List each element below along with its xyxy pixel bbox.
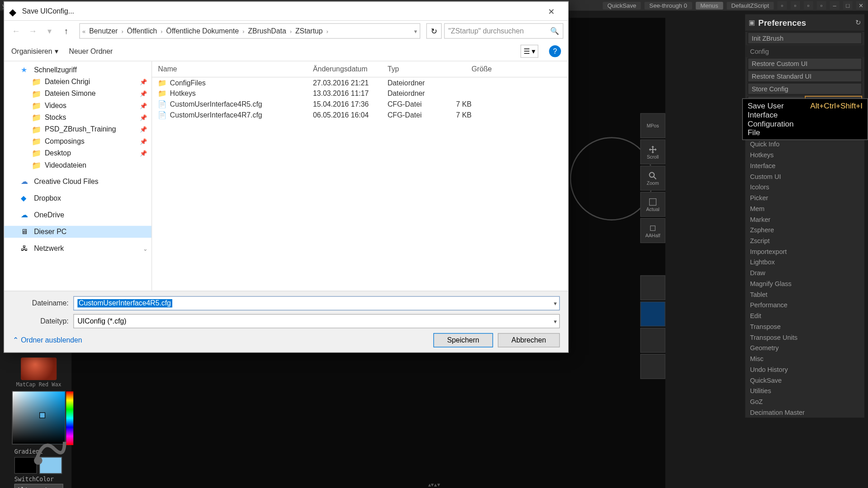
prefs-section-geometry[interactable]: Geometry — [745, 343, 864, 353]
panel-pin-icon[interactable]: ▣ — [749, 19, 755, 27]
refresh-button[interactable]: ↻ — [426, 23, 442, 38]
tray-handle-icon[interactable]: ▴▾▴▾ — [428, 481, 440, 488]
sidebar-item[interactable]: Videos📌 — [4, 99, 151, 111]
chevron-down-icon[interactable]: ▾ — [554, 318, 557, 325]
zoom-tool[interactable]: Zoom — [640, 166, 665, 191]
preferences-header[interactable]: ▣ Preferences ↻ — [745, 14, 864, 32]
refresh-icon[interactable]: ↻ — [855, 19, 861, 27]
prefs-section-lightbox[interactable]: Lightbox — [745, 257, 864, 267]
config-section-header[interactable]: Config — [745, 45, 864, 57]
breadcrumb-dropdown-icon[interactable]: ▾ — [414, 28, 417, 34]
prefs-section-performance[interactable]: Performance — [745, 300, 864, 310]
prefs-section-quick-info[interactable]: Quick Info — [745, 139, 864, 150]
prefs-section-goz[interactable]: GoZ — [745, 396, 864, 407]
prefs-section-mem[interactable]: Mem — [745, 203, 864, 214]
sidebar-quick-access[interactable]: Schnellzugriff — [4, 64, 151, 75]
prefs-section-interface[interactable]: Interface — [745, 160, 864, 171]
prefs-section-importexport[interactable]: Importexport — [745, 246, 864, 257]
column-date[interactable]: Änderungsdatum — [307, 65, 382, 73]
cancel-button[interactable]: Abbrechen — [498, 333, 560, 347]
sidebar-onedrive[interactable]: OneDrive — [4, 209, 151, 221]
prefs-section-zsphere[interactable]: Zsphere — [745, 225, 864, 235]
column-type[interactable]: Typ — [382, 65, 450, 73]
help-button[interactable]: ? — [549, 45, 561, 57]
actual-tool[interactable]: Actual — [640, 192, 665, 217]
prefs-section-quicksave[interactable]: QuickSave — [745, 375, 864, 385]
sidebar-network[interactable]: Netzwerk⌄ — [4, 243, 151, 254]
aahalf-tool[interactable]: AAHalf — [640, 218, 665, 243]
prefs-section-marker[interactable]: Marker — [745, 214, 864, 225]
prefs-section-custom-ui[interactable]: Custom UI — [745, 171, 864, 182]
view-mode-button[interactable]: ☰ ▾ — [520, 44, 538, 57]
matcap-preview[interactable] — [21, 357, 57, 380]
file-row[interactable]: Hotkeys13.03.2016 11:17Dateiordner — [152, 88, 568, 99]
sidebar-dropbox[interactable]: Dropbox — [4, 192, 151, 204]
quicksave-button[interactable]: QuickSave — [603, 1, 641, 9]
column-size[interactable]: Größe — [450, 65, 498, 73]
sidebar-item[interactable]: Dateien Simone📌 — [4, 88, 151, 99]
breadcrumb-item[interactable]: Öffentliche Dokumente — [163, 27, 243, 35]
prefs-section-transpose-units[interactable]: Transpose Units — [745, 332, 864, 343]
window-icon-3[interactable]: ▫ — [804, 1, 813, 9]
switchcolor-button[interactable]: SwitchColor — [14, 476, 72, 483]
chevron-down-icon[interactable]: ▾ — [554, 300, 557, 307]
prefs-section-utilities[interactable]: Utilities — [745, 385, 864, 396]
file-row[interactable]: ConfigFiles27.03.2016 21:21Dateiordner — [152, 77, 568, 88]
breadcrumb-bar[interactable]: « Benutzer› Öffentlich› Öffentliche Doku… — [79, 23, 420, 38]
prefs-section-decimation-master[interactable]: Decimation Master — [745, 407, 864, 418]
window-icon-4[interactable]: ▫ — [817, 1, 826, 9]
sidebar-item[interactable]: Dateien Chrigi📌 — [4, 75, 151, 87]
hide-folders-link[interactable]: ⌃ Ordner ausblenden — [13, 336, 82, 344]
init-zbrush-button[interactable]: Init ZBrush — [748, 32, 862, 44]
back-button[interactable]: ← — [9, 24, 24, 38]
file-list-header[interactable]: Name Änderungsdatum Typ Größe — [152, 61, 568, 78]
window-icon-1[interactable]: ▫ — [778, 1, 787, 9]
tool-slot-3[interactable] — [640, 354, 665, 379]
prefs-section-misc[interactable]: Misc — [745, 353, 864, 364]
tool-slot-active[interactable] — [640, 301, 665, 326]
seethrough-slider[interactable]: See-through 0 — [645, 1, 692, 9]
maximize-icon[interactable]: □ — [843, 1, 853, 9]
restore-standard-ui-button[interactable]: Restore Standard UI — [748, 70, 862, 82]
sidebar-item[interactable]: Stocks📌 — [4, 112, 151, 123]
filename-input[interactable]: CustomUserInterface4R5.cfg ▾ — [73, 296, 560, 310]
organize-button[interactable]: Organisieren ▾ — [11, 47, 58, 55]
mpos-tool[interactable]: MPos — [640, 113, 665, 138]
prefs-section-zscript[interactable]: Zscript — [745, 235, 864, 246]
sidebar-creative-cloud[interactable]: Creative Cloud Files — [4, 176, 151, 188]
prefs-section-edit[interactable]: Edit — [745, 310, 864, 321]
prefs-section-picker[interactable]: Picker — [745, 192, 864, 203]
save-button[interactable]: Speichern — [434, 333, 493, 347]
close-app-icon[interactable]: ✕ — [856, 1, 866, 9]
store-config-button[interactable]: Store Config — [748, 83, 862, 94]
prefs-section-magnify-glass[interactable]: Magnify Glass — [745, 278, 864, 289]
scheme-button[interactable]: DefaultZScript — [726, 1, 774, 9]
up-button[interactable]: ↑ — [59, 24, 74, 38]
prefs-section-undo-history[interactable]: Undo History — [745, 364, 864, 375]
filetype-select[interactable]: UIConfig (*.cfg) ▾ — [73, 314, 560, 328]
scroll-tool[interactable]: Scroll — [640, 140, 665, 164]
tool-slot-2[interactable] — [640, 328, 665, 352]
sidebar-item[interactable]: Desktop📌 — [4, 147, 151, 159]
search-input[interactable]: "ZStartup" durchsuchen 🔍 — [444, 23, 563, 38]
breadcrumb-item[interactable]: Benutzer — [85, 27, 121, 35]
new-folder-button[interactable]: Neuer Ordner — [69, 47, 113, 55]
sidebar-item[interactable]: Videodateien — [4, 159, 151, 171]
recent-dropdown[interactable]: ▾ — [42, 24, 57, 38]
column-name[interactable]: Name — [152, 65, 307, 73]
breadcrumb-item[interactable]: ZBrushData — [245, 27, 290, 35]
sidebar-this-pc[interactable]: Dieser PC — [4, 226, 151, 238]
prefs-section-draw[interactable]: Draw — [745, 267, 864, 278]
dialog-titlebar[interactable]: ◆ Save UIConfig... ✕ — [4, 2, 568, 21]
chevron-down-icon[interactable]: ⌄ — [143, 245, 148, 252]
prefs-section-hotkeys[interactable]: Hotkeys — [745, 150, 864, 160]
close-button[interactable]: ✕ — [539, 3, 563, 19]
alternate-button[interactable]: Alternate — [14, 484, 63, 488]
prefs-section-transpose[interactable]: Transpose — [745, 321, 864, 332]
file-row[interactable]: CustomUserInterface4R7.cfg06.05.2016 16:… — [152, 110, 568, 121]
window-icon-2[interactable]: ▫ — [791, 1, 800, 9]
breadcrumb-root-icon[interactable]: « — [82, 28, 85, 34]
restore-custom-ui-button[interactable]: Restore Custom UI — [748, 58, 862, 70]
menus-button[interactable]: Menus — [695, 1, 723, 9]
sidebar-item[interactable]: Composings📌 — [4, 135, 151, 147]
